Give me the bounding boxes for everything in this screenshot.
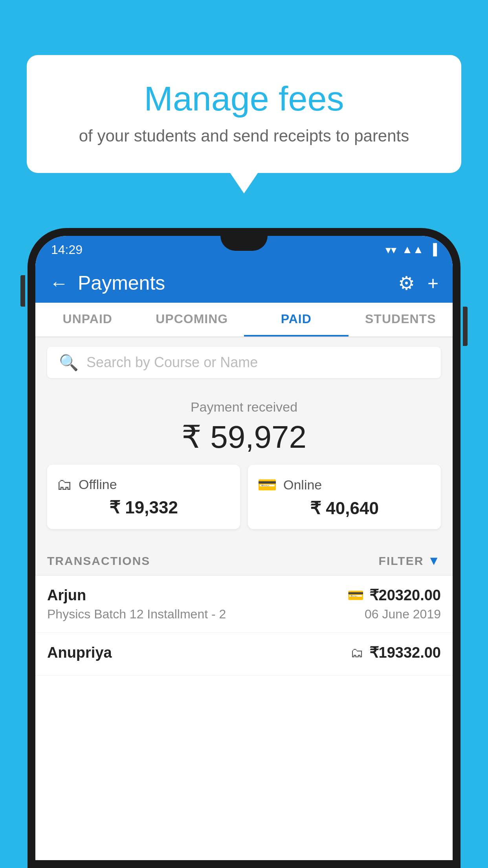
add-button[interactable]: + bbox=[427, 272, 438, 294]
transaction-item-anupriya[interactable]: Anupriya 🗂 ₹19332.00 bbox=[35, 633, 453, 676]
offline-icon: 🗂 bbox=[57, 476, 72, 493]
online-card-header: 💳 Online bbox=[257, 476, 431, 494]
transaction-date-1: 06 June 2019 bbox=[365, 607, 441, 622]
transaction-type-icon-2: 🗂 bbox=[350, 645, 364, 660]
volume-button bbox=[20, 275, 25, 307]
online-amount: ₹ 40,640 bbox=[257, 498, 431, 518]
online-label: Online bbox=[283, 477, 322, 493]
transaction-amount-2: ₹19332.00 bbox=[369, 644, 441, 661]
payment-summary: Payment received ₹ 59,972 🗂 Offline ₹ 19… bbox=[35, 388, 453, 546]
transaction-row1: Arjun 💳 ₹20320.00 bbox=[47, 587, 441, 604]
transaction-item-arjun[interactable]: Arjun 💳 ₹20320.00 Physics Batch 12 Insta… bbox=[35, 576, 453, 633]
transaction-type-icon-1: 💳 bbox=[347, 587, 364, 603]
phone-frame: 14:29 ▾▾ ▲▲ ▐ ← Payments ⚙ + UNPAID UPCO… bbox=[28, 228, 460, 868]
filter-text: FILTER bbox=[379, 554, 424, 568]
page-title: Payments bbox=[78, 272, 398, 294]
offline-card: 🗂 Offline ₹ 19,332 bbox=[47, 465, 240, 529]
payment-received-label: Payment received bbox=[47, 399, 441, 415]
transaction-name-2: Anupriya bbox=[47, 644, 112, 661]
tab-paid[interactable]: PAID bbox=[244, 303, 349, 337]
search-input[interactable]: Search by Course or Name bbox=[86, 354, 258, 371]
status-time: 14:29 bbox=[51, 243, 83, 257]
status-bar: 14:29 ▾▾ ▲▲ ▐ bbox=[35, 236, 453, 263]
transaction-course-1: Physics Batch 12 Installment - 2 bbox=[47, 607, 226, 622]
transaction-row1-2: Anupriya 🗂 ₹19332.00 bbox=[47, 644, 441, 661]
payment-method-cards: 🗂 Offline ₹ 19,332 💳 Online ₹ 40,640 bbox=[47, 465, 441, 539]
transactions-label: TRANSACTIONS bbox=[47, 554, 150, 568]
search-icon: 🔍 bbox=[59, 353, 79, 372]
top-bar: ← Payments ⚙ + bbox=[35, 263, 453, 303]
status-icons: ▾▾ ▲▲ ▐ bbox=[385, 243, 437, 256]
transactions-header: TRANSACTIONS FILTER ▼ bbox=[35, 546, 453, 576]
transaction-amount-row-2: 🗂 ₹19332.00 bbox=[350, 644, 441, 661]
offline-label: Offline bbox=[79, 477, 117, 492]
settings-button[interactable]: ⚙ bbox=[398, 272, 415, 294]
speech-bubble-subtitle: of your students and send receipts to pa… bbox=[46, 127, 442, 145]
offline-amount: ₹ 19,332 bbox=[57, 497, 231, 517]
battery-icon: ▐ bbox=[429, 243, 437, 256]
speech-bubble: Manage fees of your students and send re… bbox=[27, 55, 461, 173]
tab-students[interactable]: STUDENTS bbox=[349, 303, 453, 337]
signal-icon: ▲▲ bbox=[402, 243, 424, 256]
search-bar[interactable]: 🔍 Search by Course or Name bbox=[47, 347, 441, 378]
online-icon: 💳 bbox=[257, 476, 277, 494]
filter-icon: ▼ bbox=[427, 554, 441, 568]
power-button bbox=[463, 307, 468, 346]
offline-card-header: 🗂 Offline bbox=[57, 476, 231, 493]
transaction-amount-row-1: 💳 ₹20320.00 bbox=[347, 587, 441, 604]
transaction-row2: Physics Batch 12 Installment - 2 06 June… bbox=[47, 607, 441, 622]
wifi-icon: ▾▾ bbox=[385, 243, 396, 256]
transaction-name-1: Arjun bbox=[47, 587, 86, 604]
back-button[interactable]: ← bbox=[50, 272, 68, 294]
transaction-amount-1: ₹20320.00 bbox=[369, 587, 441, 604]
tab-unpaid[interactable]: UNPAID bbox=[35, 303, 140, 337]
filter-button[interactable]: FILTER ▼ bbox=[379, 554, 441, 568]
tab-bar: UNPAID UPCOMING PAID STUDENTS bbox=[35, 303, 453, 337]
speech-bubble-title: Manage fees bbox=[46, 79, 442, 119]
search-container: 🔍 Search by Course or Name bbox=[35, 337, 453, 388]
online-card: 💳 Online ₹ 40,640 bbox=[248, 465, 441, 529]
top-bar-actions: ⚙ + bbox=[398, 272, 438, 294]
payment-total-amount: ₹ 59,972 bbox=[47, 419, 441, 455]
notch bbox=[220, 236, 268, 251]
phone-screen: 14:29 ▾▾ ▲▲ ▐ ← Payments ⚙ + UNPAID UPCO… bbox=[35, 236, 453, 860]
tab-upcoming[interactable]: UPCOMING bbox=[140, 303, 244, 337]
